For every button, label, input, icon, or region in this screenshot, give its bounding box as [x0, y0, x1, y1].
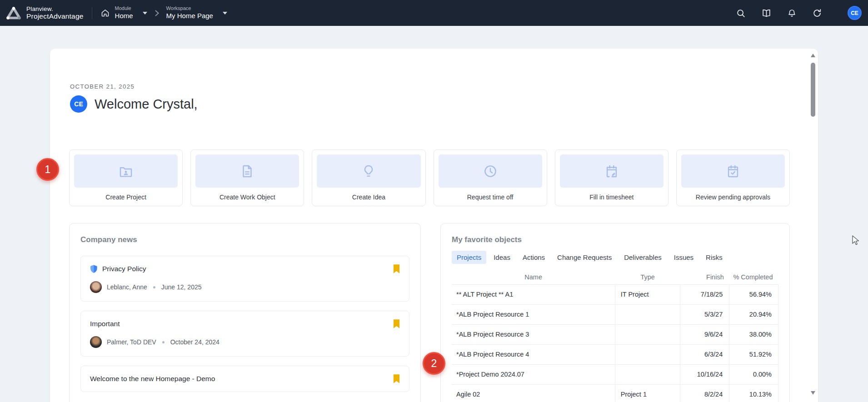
- tab-ideas[interactable]: Ideas: [489, 251, 515, 264]
- bookmark-icon[interactable]: [393, 264, 400, 273]
- annotation-step-2: 2: [423, 352, 445, 375]
- create-work-object-card[interactable]: Create Work Object: [190, 149, 304, 206]
- cell-type: [615, 324, 680, 344]
- module-selector[interactable]: Module Home: [100, 5, 147, 20]
- vertical-scrollbar[interactable]: [809, 51, 817, 402]
- company-news-panel: Company news Privacy Policy: [69, 223, 421, 402]
- home-icon: [100, 8, 110, 18]
- cell-name[interactable]: ** ALT Project ** A1: [452, 284, 615, 304]
- fill-in-timesheet-card[interactable]: Fill in timesheet: [555, 149, 668, 206]
- planview-triangle-icon: [5, 6, 22, 20]
- tab-issues[interactable]: Issues: [669, 251, 698, 264]
- quick-action-label: Create Work Object: [195, 194, 299, 201]
- chevron-down-icon: [223, 12, 227, 15]
- cell-pct: 20.94%: [729, 304, 778, 324]
- book-icon[interactable]: [761, 8, 772, 18]
- cell-name[interactable]: *Project Demo 2024.07: [452, 364, 615, 384]
- user-avatar[interactable]: CE: [848, 6, 862, 20]
- cell-pct: 10.13%: [729, 384, 778, 402]
- refresh-icon[interactable]: [812, 8, 822, 18]
- favorite-objects-title: My favorite objects: [452, 235, 778, 244]
- news-date: October 24, 2024: [170, 338, 219, 346]
- cell-finish: 10/16/24: [680, 364, 729, 384]
- table-row[interactable]: *ALB Project Resource 3 9/6/24 38.00%: [452, 324, 778, 344]
- page-title: Welcome Crystal,: [95, 97, 198, 112]
- bookmark-icon[interactable]: [393, 374, 400, 383]
- mouse-cursor-icon: [851, 235, 861, 246]
- shield-icon: [90, 264, 98, 273]
- news-item[interactable]: Welcome to the new Homepage - Demo: [80, 366, 409, 392]
- table-row[interactable]: *ALB Project Resource 4 6/3/24 51.92%: [452, 344, 778, 364]
- breadcrumb-separator: [154, 10, 160, 17]
- column-header-finish[interactable]: Finish: [680, 270, 729, 284]
- cell-name[interactable]: *ALB Project Resource 1: [452, 304, 615, 324]
- chevron-down-icon: [143, 12, 147, 15]
- review-pending-approvals-card[interactable]: Review pending approvals: [676, 149, 790, 206]
- cell-type: [615, 364, 680, 384]
- tab-projects[interactable]: Projects: [452, 251, 486, 264]
- scrollbar-thumb[interactable]: [811, 63, 815, 117]
- cell-finish: 7/18/25: [680, 284, 729, 304]
- table-row[interactable]: ** ALT Project ** A1 IT Project 7/18/25 …: [452, 284, 778, 304]
- bookmark-icon[interactable]: [393, 319, 400, 328]
- topbar-divider: [92, 7, 92, 19]
- news-item[interactable]: Privacy Policy Leblanc, Anne June 12, 20…: [80, 256, 409, 302]
- calendar-edit-icon: [560, 154, 663, 188]
- column-header-type[interactable]: Type: [615, 270, 680, 284]
- table-row[interactable]: *Project Demo 2024.07 10/16/24 0.00%: [452, 364, 778, 384]
- author-name: Palmer, ToD DEV: [107, 338, 156, 346]
- page-background: OCTOBER 21, 2025 CE Welcome Crystal, Cre…: [0, 26, 868, 402]
- scroll-up-icon[interactable]: [811, 54, 815, 57]
- news-item-title: Welcome to the new Homepage - Demo: [90, 375, 215, 383]
- news-item-title: Important: [90, 320, 120, 328]
- news-item-title: Privacy Policy: [102, 265, 146, 273]
- column-header-pct-completed[interactable]: % Completed: [729, 270, 778, 284]
- news-date: June 12, 2025: [161, 283, 202, 291]
- dot-separator: [153, 286, 155, 288]
- cell-pct: 51.92%: [729, 344, 778, 364]
- welcome-header: CE Welcome Crystal,: [70, 95, 198, 113]
- tab-actions[interactable]: Actions: [518, 251, 550, 264]
- document-icon: [195, 154, 299, 188]
- search-icon[interactable]: [736, 8, 746, 18]
- create-idea-card[interactable]: Create Idea: [312, 149, 425, 206]
- tab-deliverables[interactable]: Deliverables: [619, 251, 667, 264]
- cell-type: Project 1: [615, 384, 680, 402]
- tab-change-requests[interactable]: Change Requests: [552, 251, 617, 264]
- author-avatar: [90, 281, 102, 293]
- planview-logo: Planview. ProjectAdvantage: [5, 5, 84, 20]
- cell-pct: 56.94%: [729, 284, 778, 304]
- cell-finish: 6/3/24: [680, 344, 729, 364]
- table-row[interactable]: Agile 02 Project 1 8/2/24 10.13%: [452, 384, 778, 402]
- lightbulb-icon: [317, 154, 420, 188]
- cell-type: IT Project: [615, 284, 680, 304]
- quick-action-label: Fill in timesheet: [560, 194, 663, 201]
- quick-action-label: Review pending approvals: [681, 194, 785, 201]
- quick-action-label: Create Idea: [317, 194, 420, 201]
- workspace-selector[interactable]: Workspace My Home Page: [166, 5, 227, 20]
- module-label: Module: [115, 5, 133, 12]
- cell-name[interactable]: Agile 02: [452, 384, 615, 402]
- workspace-value: My Home Page: [166, 12, 213, 20]
- folder-user-icon: [74, 154, 178, 188]
- cell-finish: 5/3/27: [680, 304, 729, 324]
- company-news-title: Company news: [80, 235, 409, 244]
- request-time-off-card[interactable]: Request time off: [434, 149, 547, 206]
- column-header-name[interactable]: Name: [452, 270, 615, 284]
- news-item[interactable]: Important Palmer, ToD DEV October 24, 20…: [80, 311, 409, 357]
- cell-name[interactable]: *ALB Project Resource 3: [452, 324, 615, 344]
- topbar: Planview. ProjectAdvantage Module Home W…: [0, 0, 868, 26]
- calendar-check-icon: [681, 154, 785, 188]
- workspace-label: Workspace: [166, 5, 213, 12]
- tab-risks[interactable]: Risks: [701, 251, 728, 264]
- clock-icon: [439, 154, 542, 188]
- welcome-avatar: CE: [70, 95, 87, 113]
- cell-type: [615, 304, 680, 324]
- favorites-table: Name Type Finish % Completed ** ALT Proj…: [452, 270, 778, 402]
- quick-action-label: Request time off: [439, 194, 542, 201]
- scroll-down-icon[interactable]: [811, 391, 815, 395]
- cell-name[interactable]: *ALB Project Resource 4: [452, 344, 615, 364]
- bell-icon[interactable]: [787, 8, 797, 18]
- create-project-card[interactable]: Create Project: [69, 149, 183, 206]
- table-row[interactable]: *ALB Project Resource 1 5/3/27 20.94%: [452, 304, 778, 324]
